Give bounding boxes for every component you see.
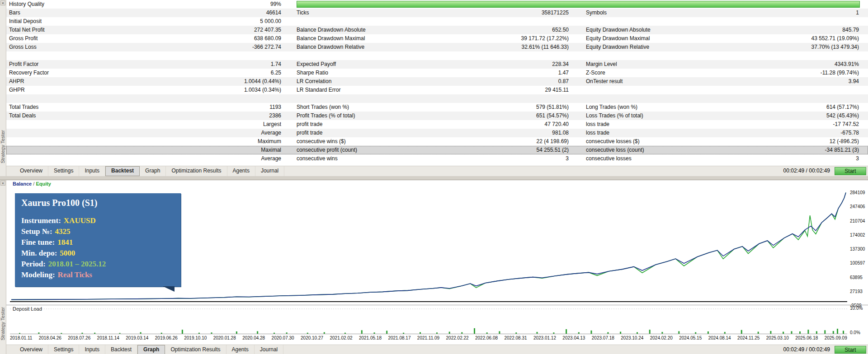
stat-value xyxy=(182,51,281,60)
tab-graph[interactable]: Graph xyxy=(140,166,166,176)
stat-value: 22 (4 198.69) xyxy=(468,137,569,146)
date-label: 2024.11.25 xyxy=(737,335,760,340)
date-label: 2025.09.09 xyxy=(825,335,847,340)
stat-value xyxy=(182,94,281,103)
stat-value: 6.25 xyxy=(182,69,281,77)
tab-optimization-results[interactable]: Optimization Results xyxy=(165,345,226,354)
close-icon[interactable]: × xyxy=(0,181,5,186)
table-row[interactable]: Total Trades1193Short Trades (won %)579 … xyxy=(6,103,868,112)
stat-label: Gross Profit xyxy=(6,34,182,43)
stat-value xyxy=(468,17,569,26)
table-row[interactable]: Total Net Profit272 407.35Balance Drawdo… xyxy=(6,26,868,34)
tab-inputs[interactable]: Inputs xyxy=(79,345,105,354)
stat-label: Total Deals xyxy=(6,112,182,120)
table-row[interactable]: Recovery Factor6.25Sharpe Ratio1.47Z-Sco… xyxy=(6,69,868,77)
infobox-line: Modeling:Real Ticks xyxy=(21,270,175,280)
close-icon[interactable]: × xyxy=(0,0,5,5)
stat-label: Balance Drawdown Absolute xyxy=(281,26,468,34)
deposit-load-bar xyxy=(420,332,421,334)
deposit-load-bar xyxy=(474,328,475,334)
table-row[interactable]: Maximalconsecutive profit (count)54 255.… xyxy=(6,146,868,154)
y-axis-tick: 100597 xyxy=(850,261,868,266)
deposit-load-bar xyxy=(741,330,742,334)
deposit-load-bar xyxy=(403,333,404,334)
table-row[interactable]: Bars46614Ticks358171225Symbols1 xyxy=(6,9,868,17)
stat-value: 2386 xyxy=(182,112,281,120)
table-row[interactable]: History Quality99% xyxy=(6,0,868,9)
table-row[interactable]: Total Deals2386Profit Trades (% of total… xyxy=(6,112,868,120)
deposit-load-bar xyxy=(649,330,651,334)
stat-label: Initial Deposit xyxy=(6,17,182,26)
stat-value xyxy=(722,86,859,94)
tab-agents[interactable]: Agents xyxy=(226,345,255,354)
stat-label: Equity Drawdown Absolute xyxy=(569,26,722,34)
deposit-load-bar xyxy=(236,331,237,334)
tab-settings[interactable]: Settings xyxy=(48,166,79,176)
deposit-load-bar xyxy=(661,332,663,334)
table-row[interactable] xyxy=(6,94,868,103)
tab-agents[interactable]: Agents xyxy=(227,166,255,176)
stat-label: LR Correlation xyxy=(281,77,468,86)
date-label: 2020.07.30 xyxy=(272,335,294,340)
stat-value: 3.94 xyxy=(722,77,859,86)
backtest-results-panel: × Strategy Tester History Quality99%Bars… xyxy=(0,0,868,176)
tab-graph[interactable]: Graph xyxy=(137,345,165,354)
stat-value: 228.34 xyxy=(468,60,569,69)
tab-journal[interactable]: Journal xyxy=(255,345,283,354)
tab-overview[interactable]: Overview xyxy=(14,166,48,176)
stat-label xyxy=(6,146,182,154)
deposit-load-bar xyxy=(324,332,325,334)
table-row[interactable]: Largestprofit trade47 720.40loss trade-1… xyxy=(6,120,868,129)
stat-value: 1.0044 (0.44%) xyxy=(182,77,281,86)
stat-label: Bars xyxy=(6,9,182,17)
tab-strip-top: OverviewSettingsInputsBacktestGraphOptim… xyxy=(14,166,284,176)
legend-equity[interactable]: Equity xyxy=(36,181,51,186)
stat-label: profit trade xyxy=(281,129,468,137)
stat-value: -675.78 xyxy=(722,129,859,137)
table-row[interactable] xyxy=(6,51,868,60)
infobox-label: Min. depo: xyxy=(21,249,57,257)
start-button-bottom[interactable]: Start xyxy=(835,346,866,354)
tab-journal[interactable]: Journal xyxy=(255,166,284,176)
tab-overview[interactable]: Overview xyxy=(14,345,48,354)
tab-backtest[interactable]: Backtest xyxy=(105,345,137,354)
table-row[interactable]: Gross Profit638 680.09Balance Drawdown M… xyxy=(6,34,868,43)
backtest-table: History Quality99%Bars46614Ticks35817122… xyxy=(6,0,868,163)
deposit-load-bar xyxy=(286,332,288,334)
infobox-line: Min. depo:5000 xyxy=(21,248,175,259)
tab-backtest[interactable]: Backtest xyxy=(105,166,140,176)
table-row[interactable]: AHPR1.0044 (0.44%)LR Correlation0.87OnTe… xyxy=(6,77,868,86)
stat-label xyxy=(569,94,722,103)
tab-inputs[interactable]: Inputs xyxy=(79,166,105,176)
y-axis-tick: 247406 xyxy=(850,204,868,209)
stat-value: -11.28 (99.74%) xyxy=(722,69,859,77)
table-row[interactable]: Averageprofit trade981.08loss trade-675.… xyxy=(6,129,868,137)
date-label: 2025.06.18 xyxy=(795,335,818,340)
deposit-load-bar xyxy=(620,332,621,334)
elapsed-time-bottom: 00:02:49 / 00:02:49 xyxy=(783,345,830,354)
table-row[interactable]: Profit Factor1.74Expected Payoff228.34Ma… xyxy=(6,60,868,69)
stat-label: Margin Level xyxy=(569,60,722,69)
stat-label xyxy=(6,129,182,137)
stat-label: consecutive loss (count) xyxy=(569,146,722,154)
date-label: 2020.04.28 xyxy=(242,335,265,340)
stat-value: 651 (54.57%) xyxy=(468,112,569,120)
deposit-load-bar xyxy=(436,332,438,334)
y-axis-tick: 63895 xyxy=(850,275,868,279)
tab-optimization-results[interactable]: Optimization Results xyxy=(166,166,227,176)
table-row[interactable]: GHPR1.0034 (0.34%)LR Standard Error29 41… xyxy=(6,86,868,94)
deposit-load-chart[interactable] xyxy=(10,305,847,335)
start-button-top[interactable]: Start xyxy=(835,167,866,175)
tab-settings[interactable]: Settings xyxy=(48,345,79,354)
table-row[interactable]: Averageconsecutive wins3consecutive loss… xyxy=(6,154,868,163)
date-label: 2018.07.26 xyxy=(68,335,90,340)
stat-label: Symbols xyxy=(569,9,722,17)
date-label: 2019.03.14 xyxy=(126,335,148,340)
table-row[interactable]: Initial Deposit5 000.00 xyxy=(6,17,868,26)
legend-balance[interactable]: Balance xyxy=(13,181,32,186)
table-row[interactable]: Maximumconsecutive wins ($)22 (4 198.69)… xyxy=(6,137,868,146)
stat-value: 47 720.40 xyxy=(468,120,569,129)
infobox-label: Modeling: xyxy=(21,270,55,279)
deposit-load-bar xyxy=(81,333,83,334)
table-row[interactable]: Gross Loss-366 272.74Balance Drawdown Re… xyxy=(6,43,868,51)
